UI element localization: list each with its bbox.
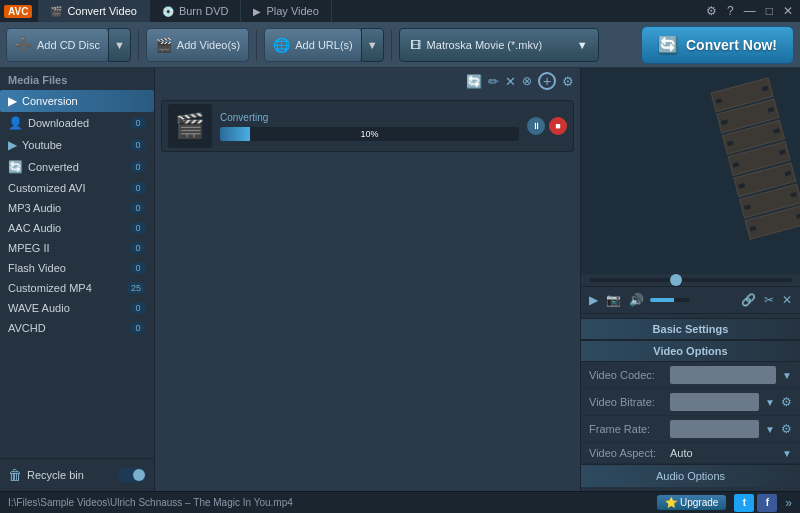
- convert-now-button[interactable]: 🔄 Convert Now!: [641, 26, 794, 64]
- upgrade-button[interactable]: ⭐ Upgrade: [657, 495, 726, 510]
- sidebar-item-aac-label: AAC Audio: [8, 222, 61, 234]
- add-cd-button[interactable]: ➕ Add CD Disc: [6, 28, 109, 62]
- basic-settings-header: Basic Settings: [581, 318, 800, 340]
- file-thumbnail: 🎬: [168, 104, 212, 148]
- file-actions: ⏸ ■: [527, 117, 567, 135]
- add-video-button[interactable]: 🎬 Add Video(s): [146, 28, 249, 62]
- sidebar-item-wave-audio[interactable]: WAVE Audio 0: [0, 298, 154, 318]
- add-cd-dropdown[interactable]: ▼: [108, 28, 131, 62]
- close-icon[interactable]: ✕: [780, 4, 796, 18]
- cut-button[interactable]: ✂: [762, 291, 776, 309]
- title-bar: AVC 🎬 Convert Video 💿 Burn DVD ▶ Play Vi…: [0, 0, 800, 22]
- toolbar-sep-2: [256, 30, 257, 60]
- file-info: Converting 10%: [220, 112, 519, 141]
- sidebar-item-aac-left: AAC Audio: [8, 222, 61, 234]
- format-arrow-icon: ▼: [577, 39, 588, 51]
- link-button[interactable]: 🔗: [739, 291, 758, 309]
- sidebar-item-converted-left: 🔄 Converted: [8, 160, 79, 174]
- frame-rate-gear[interactable]: ⚙: [781, 422, 792, 436]
- customized-mp4-badge: 25: [126, 282, 146, 294]
- sidebar-item-youtube[interactable]: ▶ Youtube 0: [0, 134, 154, 156]
- settings-icon[interactable]: ⚙: [703, 4, 720, 18]
- tab-convert-video[interactable]: 🎬 Convert Video: [38, 0, 150, 22]
- add-url-dropdown[interactable]: ▼: [361, 28, 384, 62]
- sidebar-item-aac-audio[interactable]: AAC Audio 0: [0, 218, 154, 238]
- file-status: Converting: [220, 112, 519, 123]
- add-cd-icon: ➕: [15, 37, 32, 53]
- add-file-button[interactable]: +: [538, 72, 556, 90]
- help-icon[interactable]: ?: [724, 4, 737, 18]
- edit-icon[interactable]: ✏: [488, 74, 499, 89]
- format-icon: 🎞: [410, 39, 421, 51]
- close-preview-button[interactable]: ✕: [780, 291, 794, 309]
- status-bar: I:\Files\Sample Videos\Ulrich Schnauss –…: [0, 491, 800, 513]
- recycle-toggle[interactable]: [118, 468, 146, 482]
- close-file-icon[interactable]: ✕: [505, 74, 516, 89]
- frame-rate-value: [670, 420, 759, 438]
- main-layout: Media Files ▶ Conversion 👤 Downloaded 0 …: [0, 68, 800, 491]
- minimize-icon[interactable]: —: [741, 4, 759, 18]
- tab-burn-dvd[interactable]: 💿 Burn DVD: [150, 0, 242, 22]
- pause-button[interactable]: ⏸: [527, 117, 545, 135]
- video-codec-arrow[interactable]: ▼: [782, 370, 792, 381]
- sidebar-item-conversion-left: ▶ Conversion: [8, 94, 78, 108]
- youtube-icon: ▶: [8, 138, 17, 152]
- sidebar-item-downloaded-left: 👤 Downloaded: [8, 116, 89, 130]
- settings-file-icon[interactable]: ⚙: [562, 74, 574, 89]
- close-all-icon[interactable]: ⊗: [522, 74, 532, 88]
- video-options-header[interactable]: Video Options: [581, 340, 800, 362]
- video-codec-label: Video Codec:: [589, 369, 664, 381]
- conversion-icon: ▶: [8, 94, 17, 108]
- sidebar-item-customized-avi[interactable]: Customized AVI 0: [0, 178, 154, 198]
- sidebar-item-customized-mp4-left: Customized MP4: [8, 282, 92, 294]
- volume-icon: 🔊: [627, 291, 646, 309]
- video-aspect-arrow[interactable]: ▼: [782, 448, 792, 459]
- sidebar-item-avchd[interactable]: AVCHD 0: [0, 318, 154, 338]
- sidebar-item-converted-label: Converted: [28, 161, 79, 173]
- mp3-badge: 0: [130, 202, 146, 214]
- more-button[interactable]: »: [785, 496, 792, 510]
- sidebar-item-mp3-audio[interactable]: MP3 Audio 0: [0, 198, 154, 218]
- sidebar-item-conversion[interactable]: ▶ Conversion: [0, 90, 154, 112]
- frame-rate-arrow[interactable]: ▼: [765, 424, 775, 435]
- twitter-button[interactable]: t: [734, 494, 754, 512]
- convert-video-icon: 🎬: [50, 6, 62, 17]
- sidebar-item-customized-mp4[interactable]: Customized MP4 25: [0, 278, 154, 298]
- sidebar-item-converted[interactable]: 🔄 Converted 0: [0, 156, 154, 178]
- refresh-icon[interactable]: 🔄: [466, 74, 482, 89]
- stop-button[interactable]: ■: [549, 117, 567, 135]
- tab-play-video[interactable]: ▶ Play Video: [241, 0, 331, 22]
- video-aspect-value: Auto: [670, 447, 776, 459]
- toolbar-sep-1: [138, 30, 139, 60]
- video-bitrate-arrow[interactable]: ▼: [765, 397, 775, 408]
- video-aspect-row: Video Aspect: Auto ▼: [581, 443, 800, 464]
- volume-slider[interactable]: [650, 298, 690, 302]
- frame-rate-row: Frame Rate: ▼ ⚙: [581, 416, 800, 443]
- app-logo: AVC: [4, 5, 32, 18]
- seek-slider[interactable]: [589, 278, 792, 282]
- right-panel: ▶ 📷 🔊 🔗 ✂ ✕ Basic Settings Video Options…: [580, 68, 800, 491]
- sidebar-item-mpeg2[interactable]: MPEG II 0: [0, 238, 154, 258]
- sidebar-item-customized-avi-label: Customized AVI: [8, 182, 85, 194]
- progress-bar-container: 10%: [220, 127, 519, 141]
- video-bitrate-gear[interactable]: ⚙: [781, 395, 792, 409]
- converted-badge: 0: [130, 161, 146, 173]
- play-preview-button[interactable]: ▶: [587, 291, 600, 309]
- customized-avi-badge: 0: [130, 182, 146, 194]
- add-url-icon: 🌐: [273, 37, 290, 53]
- recycle-bin-item[interactable]: 🗑 Recycle bin: [8, 467, 84, 483]
- sidebar-item-flash-label: Flash Video: [8, 262, 66, 274]
- sidebar-item-flash-video[interactable]: Flash Video 0: [0, 258, 154, 278]
- add-url-button[interactable]: 🌐 Add URL(s): [264, 28, 361, 62]
- audio-options-button[interactable]: Audio Options: [581, 464, 800, 487]
- format-selector[interactable]: 🎞 Matroska Movie (*.mkv) ▼: [399, 28, 599, 62]
- video-codec-value: [670, 366, 776, 384]
- sidebar-section-label: Media Files: [0, 68, 154, 90]
- seek-thumb[interactable]: [670, 274, 682, 286]
- wave-badge: 0: [130, 302, 146, 314]
- screenshot-button[interactable]: 📷: [604, 291, 623, 309]
- maximize-icon[interactable]: □: [763, 4, 776, 18]
- toolbar: ➕ Add CD Disc ▼ 🎬 Add Video(s) 🌐 Add URL…: [0, 22, 800, 68]
- sidebar-item-downloaded[interactable]: 👤 Downloaded 0: [0, 112, 154, 134]
- facebook-button[interactable]: f: [757, 494, 777, 512]
